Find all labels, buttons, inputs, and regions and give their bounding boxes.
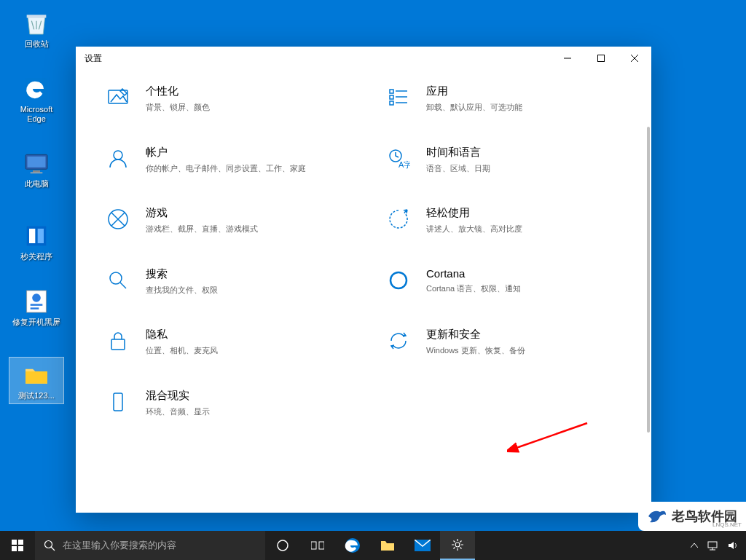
desktop-icon-edge[interactable]: Microsoft Edge <box>9 71 64 127</box>
window-title: 设置 <box>85 52 102 65</box>
category-desc: 卸载、默认应用、可选功能 <box>426 101 522 114</box>
folder-icon <box>380 540 395 551</box>
icon-label: 测试123... <box>18 391 55 401</box>
svg-point-28 <box>110 272 122 284</box>
bird-icon <box>647 508 667 525</box>
svg-line-29 <box>120 283 126 288</box>
svg-rect-8 <box>38 229 44 243</box>
tray-volume[interactable] <box>723 531 743 560</box>
svg-rect-12 <box>31 307 39 309</box>
ease-of-access-icon <box>385 206 412 232</box>
taskbar-search[interactable]: 在这里输入你要搜索的内容 <box>35 531 265 560</box>
svg-rect-46 <box>708 542 717 548</box>
category-title: 时间和语言 <box>426 146 490 159</box>
chevron-up-icon <box>691 543 698 548</box>
task-view-button[interactable] <box>300 531 335 560</box>
category-title: 混合现实 <box>146 389 210 403</box>
category-cortana[interactable]: CortanaCortana 语言、权限、通知 <box>385 267 622 296</box>
svg-rect-7 <box>29 229 35 243</box>
settings-content[interactable]: 个性化背景、锁屏、颜色 应用卸载、默认应用、可选功能 帐户你的帐户、电子邮件、同… <box>76 70 651 513</box>
category-title: 隐私 <box>146 328 218 342</box>
titlebar[interactable]: 设置 <box>76 47 651 70</box>
fix-icon <box>22 287 51 316</box>
edge-icon <box>22 74 51 103</box>
settings-taskbar[interactable] <box>440 531 475 560</box>
category-gaming[interactable]: 游戏游戏栏、截屏、直播、游戏模式 <box>105 206 342 235</box>
gaming-icon <box>105 206 131 232</box>
cortana-icon <box>276 539 289 552</box>
category-desc: 讲述人、放大镜、高对比度 <box>426 223 522 235</box>
tray-network[interactable] <box>702 531 723 560</box>
desktop-icon-seconds-close[interactable]: 秒关程序 <box>9 218 64 264</box>
cortana-icon <box>385 267 412 293</box>
category-accounts[interactable]: 帐户你的帐户、电子邮件、同步设置、工作、家庭 <box>105 146 342 175</box>
svg-point-45 <box>455 543 460 547</box>
scrollbar-thumb[interactable] <box>647 127 650 433</box>
svg-point-40 <box>278 540 288 551</box>
search-icon <box>44 540 55 551</box>
cortana-button[interactable] <box>265 531 300 560</box>
svg-rect-35 <box>18 540 23 545</box>
category-desc: 位置、相机、麦克风 <box>146 344 218 357</box>
svg-rect-36 <box>12 546 17 551</box>
category-grid: 个性化背景、锁屏、颜色 应用卸载、默认应用、可选功能 帐户你的帐户、电子邮件、同… <box>105 84 622 417</box>
svg-rect-34 <box>12 540 17 545</box>
apps-icon <box>385 84 412 111</box>
svg-rect-31 <box>111 339 125 350</box>
scrollbar[interactable] <box>647 76 650 484</box>
start-button[interactable] <box>0 531 35 560</box>
category-time-language[interactable]: A字 时间和语言语音、区域、日期 <box>385 146 622 175</box>
search-placeholder: 在这里输入你要搜索的内容 <box>63 539 176 552</box>
svg-rect-11 <box>31 304 43 306</box>
edge-taskbar[interactable] <box>335 531 370 560</box>
minimize-button[interactable] <box>551 47 584 70</box>
settings-window: 设置 个性化背景、锁屏、颜色 应用卸载、默认应用、可选功能 帐户你的帐户、电子邮… <box>76 47 651 513</box>
close-button[interactable] <box>618 47 651 70</box>
icon-label: 此电脑 <box>25 179 49 189</box>
desktop-icon-fix-boot[interactable]: 修复开机黑屏 <box>9 284 64 330</box>
category-title: 游戏 <box>146 206 258 220</box>
mail-taskbar[interactable] <box>405 531 440 560</box>
computer-icon <box>22 149 51 178</box>
svg-point-30 <box>390 272 407 288</box>
svg-rect-5 <box>31 173 43 174</box>
app-icon <box>22 221 51 251</box>
desktop-icon-test-folder[interactable]: 测试123... <box>9 357 64 404</box>
watermark-sub: LNQS.NET <box>712 521 742 528</box>
category-privacy[interactable]: 隐私位置、相机、麦克风 <box>105 328 342 357</box>
network-icon <box>707 540 718 551</box>
svg-rect-4 <box>33 170 40 173</box>
svg-line-33 <box>514 423 587 449</box>
svg-rect-18 <box>390 90 393 93</box>
search-icon <box>105 267 131 293</box>
icon-label: 修复开机黑屏 <box>12 318 60 327</box>
category-ease-of-access[interactable]: 轻松使用讲述人、放大镜、高对比度 <box>385 206 622 235</box>
category-desc: Windows 更新、恢复、备份 <box>426 344 525 357</box>
file-explorer-taskbar[interactable] <box>370 531 405 560</box>
svg-rect-0 <box>27 15 47 17</box>
time-language-icon: A字 <box>385 146 412 172</box>
svg-rect-32 <box>114 393 122 411</box>
category-desc: 环境、音频、显示 <box>146 406 210 418</box>
desktop-icon-recycle-bin[interactable]: 回收站 <box>9 6 64 52</box>
category-update-security[interactable]: 更新和安全Windows 更新、恢复、备份 <box>385 328 622 357</box>
category-desc: Cortana 语言、权限、通知 <box>426 283 521 295</box>
category-mixed-reality[interactable]: 混合现实环境、音频、显示 <box>105 389 342 418</box>
category-search[interactable]: 搜索查找我的文件、权限 <box>105 267 342 296</box>
category-apps[interactable]: 应用卸载、默认应用、可选功能 <box>385 84 622 114</box>
svg-rect-3 <box>28 157 46 167</box>
tray-chevron[interactable] <box>686 531 702 560</box>
category-personalization[interactable]: 个性化背景、锁屏、颜色 <box>105 84 342 114</box>
category-title: Cortana <box>426 267 521 280</box>
category-desc: 查找我的文件、权限 <box>146 284 218 296</box>
update-security-icon <box>385 328 412 354</box>
svg-text:A字: A字 <box>398 160 410 169</box>
category-desc: 你的帐户、电子邮件、同步设置、工作、家庭 <box>146 162 306 175</box>
desktop-icon-this-pc[interactable]: 此电脑 <box>9 146 64 192</box>
mixed-reality-icon <box>105 389 131 415</box>
recycle-bin-icon <box>22 9 51 38</box>
maximize-button[interactable] <box>584 47 618 70</box>
svg-rect-37 <box>18 546 23 551</box>
icon-label: Microsoft Edge <box>12 105 61 124</box>
accounts-icon <box>105 146 131 172</box>
